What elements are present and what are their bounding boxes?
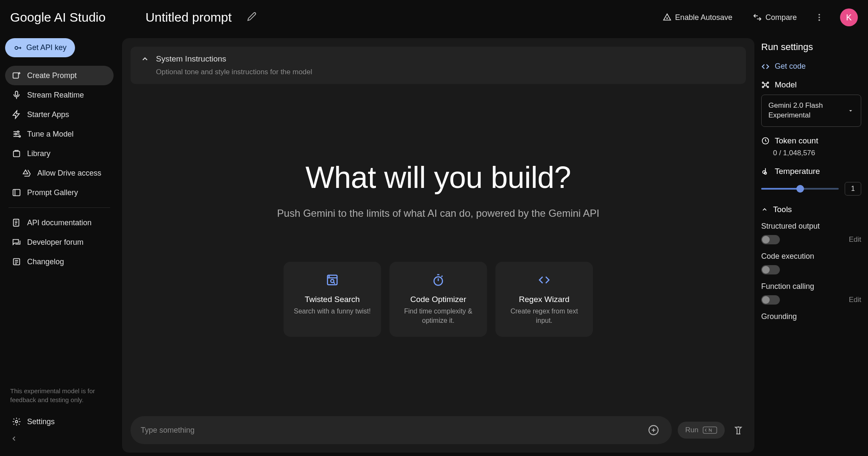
structured-output-edit[interactable]: Edit	[849, 235, 861, 244]
starter-card-regex-wizard[interactable]: Regex Wizard Create regex from text inpu…	[495, 262, 593, 337]
sidebar-item-create-prompt[interactable]: Create Prompt	[5, 66, 114, 85]
more-menu-icon[interactable]	[812, 10, 826, 25]
sidebar-item-label: Developer forum	[27, 238, 83, 247]
temperature-label: Temperature	[775, 167, 820, 176]
docs-icon	[12, 218, 21, 227]
compare-icon	[753, 13, 762, 22]
starter-card-code-optimizer[interactable]: Code Optimizer Find time complexity & op…	[389, 262, 487, 337]
svg-point-0	[667, 18, 668, 19]
function-calling-edit[interactable]: Edit	[849, 296, 861, 304]
prompt-input-container	[131, 416, 672, 444]
svg-rect-10	[14, 151, 20, 157]
get-code-label: Get code	[775, 62, 806, 71]
structured-output-label: Structured output	[761, 222, 820, 231]
user-avatar[interactable]: K	[840, 8, 858, 26]
svg-point-14	[15, 420, 18, 423]
card-title: Regex Wizard	[504, 295, 584, 304]
svg-point-1	[818, 14, 820, 16]
sidebar-item-starter-apps[interactable]: Starter Apps	[5, 105, 114, 124]
enable-autosave-button[interactable]: Enable Autosave	[657, 9, 737, 25]
system-instructions-placeholder: Optional tone and style instructions for…	[156, 68, 736, 76]
sidebar-item-label: Starter Apps	[27, 110, 69, 119]
system-instructions-label: System Instructions	[156, 54, 226, 64]
code-icon	[761, 62, 770, 71]
bolt-icon	[12, 110, 21, 119]
changelog-icon	[12, 257, 21, 266]
sidebar-experimental-note: This experimental model is for feedback …	[5, 383, 114, 408]
svg-point-3	[818, 20, 820, 21]
gear-icon	[12, 417, 21, 426]
function-calling-toggle[interactable]	[761, 295, 780, 305]
sidebar-item-stream-realtime[interactable]: Stream Realtime	[5, 85, 114, 105]
svg-point-24	[762, 86, 764, 87]
get-api-key-label: Get API key	[26, 43, 67, 52]
run-settings-panel: Run settings Get code Model Gemini 2.0 F…	[758, 35, 868, 456]
clear-icon[interactable]	[731, 422, 746, 438]
add-attachment-icon[interactable]	[645, 422, 662, 438]
sidebar: Get API key Create Prompt Stream Realtim…	[0, 35, 119, 456]
get-code-button[interactable]: Get code	[761, 62, 861, 71]
sidebar-item-library[interactable]: Library	[5, 144, 114, 163]
tune-icon	[12, 129, 21, 139]
hero-title: What will you build?	[306, 160, 571, 195]
sidebar-item-drive-access[interactable]: Allow Drive access	[5, 163, 114, 183]
svg-point-22	[762, 82, 764, 83]
prompt-title: Untitled prompt	[145, 10, 231, 25]
sidebar-item-api-docs[interactable]: API documentation	[5, 213, 114, 232]
card-title: Code Optimizer	[398, 295, 479, 304]
model-section-label: Model	[775, 80, 797, 90]
sidebar-item-label: API documentation	[27, 218, 92, 227]
tools-label: Tools	[773, 205, 792, 214]
token-count-icon	[761, 137, 770, 145]
library-icon	[12, 149, 21, 158]
create-prompt-icon	[12, 71, 21, 80]
card-desc: Search with a funny twist!	[292, 307, 373, 316]
key-icon	[14, 44, 22, 52]
chevron-up-icon	[761, 206, 768, 213]
sidebar-item-label: Prompt Gallery	[27, 188, 78, 197]
stopwatch-icon	[398, 274, 479, 288]
card-desc: Find time complexity & optimize it.	[398, 307, 479, 325]
model-select[interactable]: Gemini 2.0 Flash Experimental	[761, 95, 861, 127]
svg-point-17	[331, 280, 334, 283]
search-page-icon	[292, 274, 373, 288]
run-button[interactable]: Run	[678, 422, 725, 439]
chevron-up-icon	[141, 55, 149, 63]
sidebar-item-label: Allow Drive access	[37, 169, 101, 178]
svg-rect-5	[13, 73, 19, 78]
prompt-input[interactable]	[141, 426, 645, 435]
edit-title-icon[interactable]	[247, 12, 256, 23]
sidebar-item-tune-model[interactable]: Tune a Model	[5, 124, 114, 144]
token-count-value: 0 / 1,048,576	[773, 149, 861, 157]
sidebar-item-label: Settings	[27, 417, 55, 426]
token-count-label: Token count	[775, 136, 818, 145]
svg-rect-6	[15, 91, 18, 96]
get-api-key-button[interactable]: Get API key	[5, 38, 75, 57]
gallery-icon	[12, 188, 21, 197]
temperature-value[interactable]: 1	[845, 182, 861, 196]
code-execution-toggle[interactable]	[761, 265, 780, 274]
compare-label: Compare	[765, 13, 797, 22]
sidebar-item-developer-forum[interactable]: Developer forum	[5, 232, 114, 252]
svg-point-9	[19, 136, 21, 137]
sidebar-item-label: Library	[27, 149, 50, 158]
svg-rect-11	[13, 190, 20, 196]
app-logo[interactable]: Google AI Studio	[10, 10, 106, 25]
enable-autosave-label: Enable Autosave	[675, 13, 732, 22]
svg-point-8	[15, 133, 17, 135]
sidebar-divider	[8, 207, 110, 208]
sidebar-item-prompt-gallery[interactable]: Prompt Gallery	[5, 183, 114, 202]
tools-section-toggle[interactable]: Tools	[761, 205, 861, 214]
collapse-sidebar-icon[interactable]	[5, 431, 114, 448]
svg-point-25	[767, 86, 768, 87]
sidebar-item-label: Create Prompt	[27, 71, 77, 80]
compare-button[interactable]: Compare	[748, 9, 802, 25]
sidebar-item-changelog[interactable]: Changelog	[5, 252, 114, 271]
sidebar-item-settings[interactable]: Settings	[5, 412, 114, 431]
svg-point-2	[818, 17, 820, 18]
system-instructions-panel[interactable]: System Instructions Optional tone and st…	[131, 47, 746, 84]
svg-point-23	[767, 82, 768, 83]
temperature-slider[interactable]	[761, 188, 839, 190]
starter-card-twisted-search[interactable]: Twisted Search Search with a funny twist…	[284, 262, 381, 337]
structured-output-toggle[interactable]	[761, 235, 780, 244]
